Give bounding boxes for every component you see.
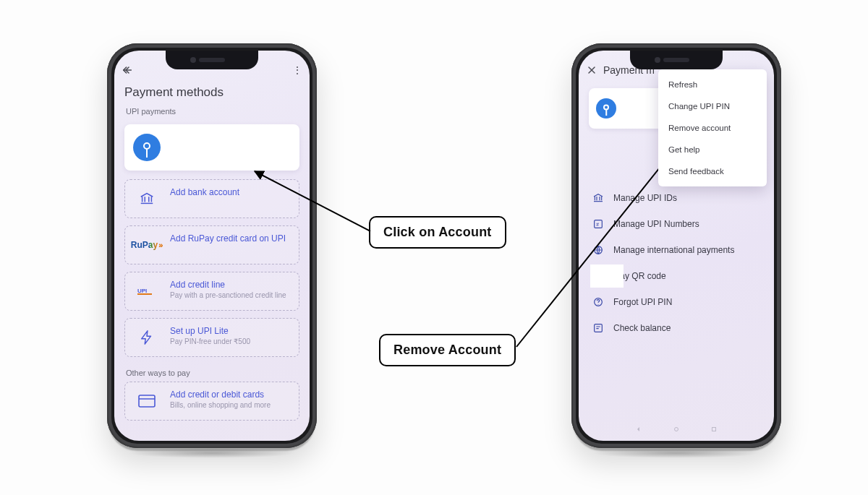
opt-label: Manage UPI IDs: [613, 193, 677, 203]
account-options-list: Manage UPI IDs # Manage UPI Numbers Mana…: [590, 186, 762, 340]
svg-point-12: [597, 304, 598, 305]
menu-send-feedback[interactable]: Send feedback: [658, 160, 767, 182]
callout-remove-account: Remove Account: [379, 334, 516, 366]
phone-left-screen: ⋮ Payment methods UPI payments Add bank …: [114, 51, 310, 441]
svg-rect-3: [137, 293, 152, 295]
menu-get-help[interactable]: Get help: [658, 139, 767, 160]
white-overlay: [590, 264, 624, 288]
nav-back-icon: [633, 423, 644, 435]
upi-lite-icon: [132, 326, 161, 349]
callout-click-account: Click on Account: [369, 216, 506, 249]
nav-home-icon: [671, 423, 682, 435]
android-navbar: [633, 422, 720, 436]
phone-right: Payment m Refresh Change UPI PIN Remove …: [571, 43, 781, 448]
add-cards-label: Add credit or debit cards: [170, 389, 271, 400]
svg-rect-15: [712, 428, 716, 431]
phone-right-screen: Payment m Refresh Change UPI PIN Remove …: [579, 51, 774, 441]
opt-label: Forgot UPI PIN: [613, 297, 672, 307]
opt-label: Check balance: [613, 323, 671, 333]
upi-lite-row[interactable]: Set up UPI Lite Pay PIN-free under ₹500: [124, 318, 299, 357]
opt-forgot-pin[interactable]: Forgot UPI PIN: [590, 290, 762, 314]
phone-notch: [630, 51, 723, 69]
menu-refresh[interactable]: Refresh: [658, 74, 767, 95]
section-other-label: Other ways to pay: [114, 364, 310, 382]
menu-remove-account[interactable]: Remove account: [658, 117, 767, 139]
opt-label: Manage UPI Numbers: [613, 219, 699, 229]
close-icon[interactable]: [586, 64, 597, 76]
upi-credit-icon: UPI: [132, 280, 161, 303]
credit-line-sub: Pay with a pre-sanctioned credit line: [170, 291, 286, 300]
section-upi-label: UPI payments: [114, 107, 310, 121]
help-icon: [592, 296, 605, 309]
phone-left: ⋮ Payment methods UPI payments Add bank …: [107, 43, 317, 448]
opt-label: Manage international payments: [613, 245, 734, 255]
card-icon: [132, 389, 161, 413]
balance-icon: [592, 322, 605, 335]
rupay-logo-icon: RuPay: [132, 233, 161, 257]
upi-lite-label: Set up UPI Lite: [170, 326, 250, 336]
bank-icon: [592, 191, 605, 205]
bank-icon: [132, 187, 161, 210]
opt-display-qr[interactable]: play QR code: [590, 264, 762, 288]
opt-manage-intl[interactable]: Manage international payments: [590, 238, 762, 262]
opt-manage-upi-numbers[interactable]: # Manage UPI Numbers: [590, 212, 762, 236]
credit-line-label: Add credit line: [170, 280, 286, 290]
opt-check-balance[interactable]: Check balance: [590, 317, 762, 340]
add-rupay-label: Add RuPay credit card on UPI: [170, 233, 286, 244]
svg-point-14: [675, 428, 678, 431]
sbi-logo-icon: [133, 134, 161, 161]
overflow-menu-icon[interactable]: ⋮: [292, 65, 302, 75]
bank-account-tile[interactable]: [124, 124, 299, 171]
add-rupay-row[interactable]: RuPay Add RuPay credit card on UPI: [124, 225, 299, 264]
add-cards-sub: Bills, online shopping and more: [170, 401, 271, 410]
upi-lite-sub: Pay PIN-free under ₹500: [170, 337, 250, 346]
add-credit-line-row[interactable]: UPI Add credit line Pay with a pre-sanct…: [124, 272, 299, 311]
add-bank-label: Add bank account: [170, 187, 239, 197]
opt-manage-upi-ids[interactable]: Manage UPI IDs: [590, 186, 762, 210]
nav-recent-icon: [708, 423, 720, 435]
globe-icon: [592, 244, 605, 257]
back-arrow-icon[interactable]: [122, 64, 133, 76]
svg-rect-13: [595, 324, 603, 332]
add-bank-account-row[interactable]: Add bank account: [124, 179, 299, 218]
sbi-logo-icon: [596, 98, 616, 119]
diagram-stage: ⋮ Payment methods UPI payments Add bank …: [0, 0, 868, 495]
svg-text:#: #: [596, 222, 599, 227]
svg-text:UPI: UPI: [137, 288, 147, 294]
menu-change-upi-pin[interactable]: Change UPI PIN: [658, 95, 767, 117]
overflow-dropdown: Refresh Change UPI PIN Remove account Ge…: [658, 69, 767, 186]
number-icon: #: [592, 218, 605, 231]
page-title: Payment methods: [114, 81, 310, 107]
svg-rect-4: [139, 395, 155, 407]
add-cards-row[interactable]: Add credit or debit cards Bills, online …: [124, 382, 299, 421]
phone-notch: [166, 51, 258, 69]
